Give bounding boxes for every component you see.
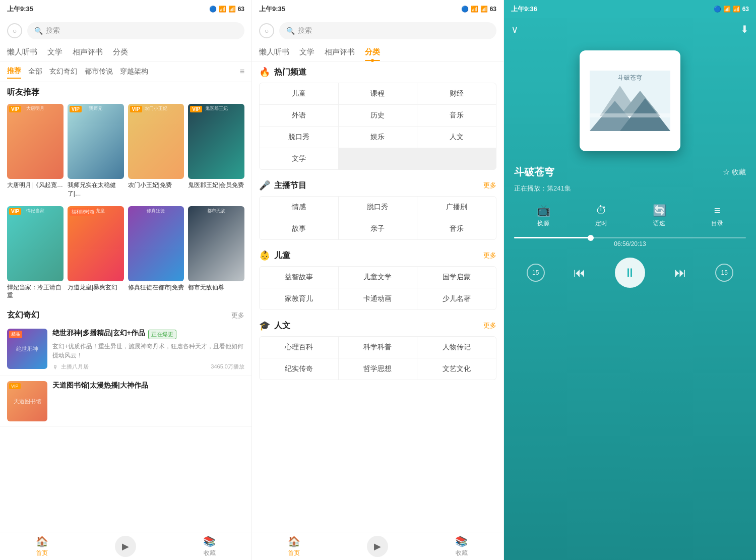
progress-time: 06:56 / 20:13	[514, 240, 746, 247]
hot-cell-lishi[interactable]: 历史	[339, 105, 417, 126]
hot-cell-yule[interactable]: 娱乐	[339, 127, 417, 148]
bottom-nav-home-1[interactable]: 🏠 首页	[0, 535, 84, 557]
cat-tab-xuanhuan[interactable]: 玄幻奇幻	[49, 65, 78, 78]
hot-cell-tuokoxiu[interactable]: 脱口秀	[260, 127, 338, 148]
list-item-2[interactable]: VIP 天道图书馆 天道图书馆|太漫热播|大神作品	[0, 376, 251, 427]
avatar-2[interactable]: ○	[259, 23, 274, 38]
human-cell-kexue[interactable]: 科学科普	[339, 337, 417, 358]
cat-tab-tuijian[interactable]: 推荐	[7, 65, 21, 79]
children-icon: 👶	[259, 250, 270, 261]
anchor-more[interactable]: 更多	[483, 181, 496, 190]
jingpin-badge: 精品	[9, 331, 22, 338]
hot-cell-waiyu[interactable]: 外语	[260, 105, 338, 126]
section-title-human: 人文	[274, 321, 290, 331]
status-time-2: 上午9:35	[259, 5, 285, 14]
vip-badge-3: VIP	[130, 106, 142, 112]
back-button[interactable]: ∨	[511, 23, 519, 35]
human-cell-zhexue[interactable]: 哲学思想	[339, 358, 417, 380]
human-cell-jishi[interactable]: 纪实传奇	[260, 358, 338, 380]
anchor-cell-gushi[interactable]: 故事	[260, 218, 338, 239]
bottom-nav-home-2[interactable]: 🏠 首页	[252, 535, 336, 557]
pause-button[interactable]: ⏸	[615, 258, 645, 288]
ctrl-speed[interactable]: 🔄 语速	[653, 204, 666, 228]
nav-tab-xiangsheng[interactable]: 相声评书	[73, 43, 103, 61]
skip-back-15[interactable]: 15	[527, 264, 545, 282]
nav-tab2-fenlei[interactable]: 分类	[365, 43, 380, 61]
speed-icon: 🔄	[653, 204, 666, 217]
book-cover-8: 都市无敌	[188, 206, 244, 281]
bottom-nav-collect-1[interactable]: 📚 收藏	[168, 535, 251, 557]
ctrl-timer[interactable]: ⏱ 定时	[595, 204, 607, 228]
avatar-1[interactable]: ○	[7, 23, 22, 38]
nav-tab2-xiangsheng[interactable]: 相声评书	[325, 43, 355, 61]
vip-badge-1: VIP	[9, 106, 21, 112]
child-cell-jiajiao[interactable]: 家教育儿	[260, 288, 338, 309]
playback-row: 15 ⏮ ⏸ ⏭ 15	[504, 252, 756, 294]
list-cover-2: VIP 天道图书馆	[7, 381, 47, 421]
ctrl-source[interactable]: 📺 换源	[537, 204, 550, 228]
cat-more-icon[interactable]: ≡	[240, 67, 244, 76]
download-button[interactable]: ⬇	[740, 23, 749, 35]
hot-cell-caijing[interactable]: 财经	[417, 83, 496, 104]
hot-cell-yinyue[interactable]: 音乐	[417, 105, 496, 126]
bottom-nav-play-center[interactable]: ▶	[84, 536, 167, 557]
book-title-3: 农门小王妃|免费	[128, 181, 184, 190]
nav-tab-wenxue[interactable]: 文学	[47, 43, 62, 61]
list-desc-1: 玄幻+优质作品！重生异世，施展神奇丹术，狂虐各种天才，且看他如何搅动风云！	[52, 342, 244, 360]
bottom-nav-play-center-2[interactable]: ▶	[336, 536, 419, 557]
nav-tab2-wenxue[interactable]: 文学	[299, 43, 314, 61]
book-item-3[interactable]: VIP 农门小王妃 农门小王妃|免费	[128, 104, 184, 198]
book-item-1[interactable]: VIP 大唐明月 大唐明月|《风起寛…	[7, 104, 64, 198]
anchor-cell-guangboju[interactable]: 广播剧	[417, 197, 496, 218]
nav-tab2-liren[interactable]: 懒人听书	[259, 43, 289, 61]
human-cell-wenyi[interactable]: 文艺文化	[417, 358, 496, 380]
home-label-2: 首页	[288, 549, 300, 557]
cat-tab-chuanyue[interactable]: 穿越架构	[120, 65, 148, 78]
anchor-grid-section: 情感 脱口秀 广播剧 故事 亲子 音乐	[252, 194, 503, 245]
bottom-nav-collect-2[interactable]: 📚 收藏	[420, 535, 503, 557]
section-more-xuanhuan[interactable]: 更多	[231, 311, 244, 320]
human-cell-renwu[interactable]: 人物传记	[417, 337, 496, 358]
progress-fill	[514, 237, 591, 238]
child-cell-ertongwx[interactable]: 儿童文学	[339, 267, 417, 288]
child-cell-guoxue[interactable]: 国学启蒙	[417, 267, 496, 288]
child-cell-yizhi[interactable]: 益智故事	[260, 267, 338, 288]
book-item-7[interactable]: 修真狂徒 修真狂徒在都市|免费	[128, 206, 184, 300]
child-cell-shaonian[interactable]: 少儿名著	[417, 288, 496, 309]
child-cell-katong[interactable]: 卡通动画	[339, 288, 417, 309]
ctrl-playlist[interactable]: ≡ 目录	[711, 204, 723, 228]
search-input-2[interactable]: 🔍 搜索	[279, 22, 496, 39]
prev-button[interactable]: ⏮	[570, 263, 590, 283]
book-item-8[interactable]: 都市无敌 都市无敌仙尊	[188, 206, 244, 300]
children-more[interactable]: 更多	[483, 251, 496, 260]
nav-tab-liren[interactable]: 懒人听书	[7, 43, 37, 61]
human-cell-xinli[interactable]: 心理百科	[260, 337, 338, 358]
anchor-cell-yinyue[interactable]: 音乐	[417, 218, 496, 239]
anchor-cell-qinzi[interactable]: 亲子	[339, 218, 417, 239]
status-time-1: 上午9:35	[7, 5, 33, 14]
human-more[interactable]: 更多	[483, 321, 496, 330]
book-item-4[interactable]: VIP 鬼医郡王妃 鬼医郡王妃|会员免费	[188, 104, 244, 198]
hot-cell-wenxue[interactable]: 文学	[260, 148, 338, 169]
cat-tab-dushi[interactable]: 都市传说	[85, 65, 113, 78]
skip-forward-15[interactable]: 15	[715, 264, 733, 282]
book-item-5[interactable]: VIP 悍妃当家 悍妃当家：冷王请自重	[7, 206, 64, 300]
list-info-2: 天道图书馆|太漫热播|大神作品	[52, 381, 244, 421]
progress-bar[interactable]: 06:56 / 20:13	[514, 237, 746, 247]
hot-cell-ertong[interactable]: 儿童	[260, 83, 338, 104]
next-button[interactable]: ⏭	[670, 263, 690, 283]
hot-cell-renwen[interactable]: 人文	[417, 127, 496, 148]
cat-tab-quanbu[interactable]: 全部	[28, 65, 42, 78]
hot-cell-kecheng[interactable]: 课程	[339, 83, 417, 104]
book-item-2[interactable]: VIP 我师兄 我师兄实在太稳健了|…	[68, 104, 124, 198]
favorite-button[interactable]: ☆ 收藏	[723, 168, 746, 177]
book-cover-2: VIP 我师兄	[68, 104, 124, 179]
anchor-cell-qinggan[interactable]: 情感	[260, 197, 338, 218]
search-input-1[interactable]: 🔍 搜索	[27, 22, 244, 39]
nav-tab-fenlei[interactable]: 分类	[113, 43, 128, 61]
anchor-cell-tuokoxiu[interactable]: 脱口秀	[339, 197, 417, 218]
list-item-1[interactable]: 精品 绝世邪神 绝世邪神|多播精品|玄幻+作品 正在爆更 玄幻+优质作品！重生异…	[0, 324, 251, 376]
book-item-6[interactable]: 福利限时领 万道龙皇 万道龙皇|暴爽玄幻	[68, 206, 124, 300]
total-time: 20:13	[631, 240, 646, 247]
vip-badge-4: VIP	[190, 106, 202, 112]
